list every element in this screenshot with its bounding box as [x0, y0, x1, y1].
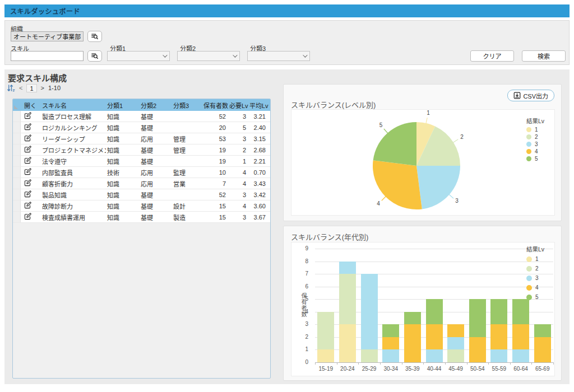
cell-category2: 基礎 — [140, 112, 172, 121]
skill-lookup-button[interactable] — [87, 50, 102, 62]
bar-segment-lv2 — [317, 312, 334, 350]
bar-segment-lv2 — [447, 349, 464, 362]
y-tick-label: 0 — [291, 359, 308, 365]
cell-category1: 知識 — [106, 213, 140, 222]
table-row[interactable]: 検査成績書運用知識基礎製造1533.67 — [13, 212, 270, 223]
cell-category3: 設計 — [172, 202, 203, 211]
legend-item: 3 — [526, 273, 544, 283]
table-row[interactable]: 故障診断力知識基礎設計1543.60 — [13, 200, 270, 212]
bar-chart-title: スキルバランス(年代別) — [291, 231, 368, 242]
edit-icon[interactable] — [24, 134, 31, 142]
column-header-required-lv[interactable]: 必要Lv — [229, 101, 249, 110]
pie-label-leader-line — [448, 194, 453, 198]
legend-item-label: 5 — [535, 156, 538, 162]
legend-color-dot — [526, 285, 532, 291]
bar-segment-lv3 — [447, 337, 464, 350]
edit-icon[interactable] — [24, 123, 31, 131]
row-selector-cell[interactable] — [13, 189, 21, 200]
edit-icon[interactable] — [24, 157, 31, 165]
table-row[interactable]: リーダーシップ知識応用管理5333.15 — [13, 133, 270, 144]
x-tick-label: 35-39 — [402, 366, 424, 372]
edit-icon[interactable] — [24, 179, 31, 187]
cell-category3: 監理 — [172, 168, 203, 177]
row-selector-cell[interactable] — [13, 200, 21, 211]
clear-button[interactable]: クリア — [470, 50, 514, 62]
x-axis-tick — [423, 362, 424, 365]
table-row[interactable]: 顧客折衝力知識応用営業743.43 — [13, 178, 270, 189]
skill-field[interactable] — [11, 51, 84, 61]
pagination-next[interactable]: > — [41, 85, 44, 91]
cell-category2: 基礎 — [140, 123, 172, 132]
bar-segment-lv3 — [426, 349, 443, 362]
column-header-category1[interactable]: 分類1 — [106, 101, 140, 110]
pagination-prev[interactable]: < — [19, 85, 22, 91]
category2-select[interactable] — [177, 51, 240, 61]
x-axis-tick — [402, 362, 402, 365]
cell-holders: 7 — [203, 180, 229, 187]
x-tick-label: 65-69 — [531, 366, 553, 372]
column-header-skill-name[interactable]: スキル名 — [41, 101, 106, 110]
pagination-page[interactable]: 1 — [26, 84, 36, 92]
table-row[interactable]: 製造プロセス理解知識基礎5233.21 — [13, 111, 270, 122]
edit-icon[interactable] — [24, 112, 31, 120]
row-selector-cell[interactable] — [13, 167, 21, 178]
skill-dashboard-page: スキルダッシュボード 組織 スキル 分類1 分類2 — [0, 0, 574, 392]
cell-category2: 応用 — [140, 168, 172, 177]
level-balance-panel: CSV出力 スキルバランス(レベル別) 12345 結果Lv12345 — [283, 84, 562, 221]
pie-label-leader-line — [382, 196, 386, 200]
column-header-average-lv[interactable]: 平均Lv — [249, 101, 270, 110]
row-selector-cell[interactable] — [13, 212, 21, 222]
table-row[interactable]: 内部監査員技術応用監理1040.70 — [13, 167, 270, 178]
page-title: スキルダッシュボード — [10, 6, 80, 16]
bar-segment-lv4 — [447, 324, 464, 337]
edit-icon[interactable] — [24, 146, 31, 153]
cell-skill-name: 故障診断力 — [41, 202, 106, 211]
cell-required-lv: 2 — [229, 147, 249, 153]
cell-skill-name: リーダーシップ — [41, 134, 106, 143]
edit-icon[interactable] — [24, 190, 31, 198]
category3-select[interactable] — [247, 51, 310, 61]
column-header-open[interactable]: 開く — [21, 101, 41, 110]
x-tick-label: 15-19 — [315, 366, 337, 372]
org-lookup-button[interactable] — [87, 31, 102, 42]
row-selector-cell[interactable] — [13, 133, 21, 144]
column-header-category3[interactable]: 分類3 — [172, 101, 203, 110]
table-row[interactable]: プロジェクトマネジメント知識基礎管理1922.68 — [13, 144, 270, 156]
org-field[interactable] — [11, 31, 84, 41]
row-selector-cell[interactable] — [13, 122, 21, 133]
cell-category1: 知識 — [106, 202, 140, 211]
bar-segment-lv3 — [339, 262, 356, 274]
bar-segment-lv1 — [339, 324, 356, 362]
bar-segment-lv3 — [382, 349, 399, 362]
pie-slice-label: 3 — [455, 198, 459, 204]
cell-category2: 応用 — [140, 179, 172, 188]
cell-skill-name: ロジカルシンキング — [41, 123, 106, 132]
sort-button[interactable] — [7, 83, 15, 92]
bar-legend: 結果Lv12345 — [526, 245, 544, 302]
legend-item-label: 2 — [535, 265, 539, 272]
table-corner-cell[interactable] — [13, 99, 21, 111]
category1-select[interactable] — [107, 51, 170, 61]
edit-icon[interactable] — [24, 213, 31, 221]
bar-segment-lv4 — [490, 324, 507, 349]
search-button[interactable]: 検索 — [522, 50, 566, 62]
table-row[interactable]: 法令遵守知識基礎1912.21 — [13, 156, 270, 167]
legend-item: 2 — [526, 264, 544, 273]
row-selector-cell[interactable] — [13, 178, 21, 189]
cell-average-lv: 3.43 — [249, 180, 270, 187]
row-selector-cell[interactable] — [13, 156, 21, 166]
row-selector-cell[interactable] — [13, 144, 21, 155]
csv-export-button[interactable]: CSV出力 — [507, 90, 554, 101]
column-header-holders[interactable]: 保有者数 — [203, 101, 229, 110]
edit-icon[interactable] — [24, 168, 31, 176]
bar-segment-lv5 — [469, 299, 486, 337]
row-selector-cell[interactable] — [13, 111, 21, 122]
column-header-category2[interactable]: 分類2 — [140, 101, 172, 110]
cell-open — [21, 190, 41, 199]
edit-icon[interactable] — [24, 202, 31, 209]
table-row[interactable]: 製品知識知識基礎5233.42 — [13, 189, 270, 200]
cell-category2: 基礎 — [140, 190, 172, 199]
legend-item-label: 1 — [535, 256, 539, 262]
table-row[interactable]: ロジカルシンキング知識基礎2052.40 — [13, 122, 270, 133]
cell-category1: 知識 — [106, 190, 140, 199]
